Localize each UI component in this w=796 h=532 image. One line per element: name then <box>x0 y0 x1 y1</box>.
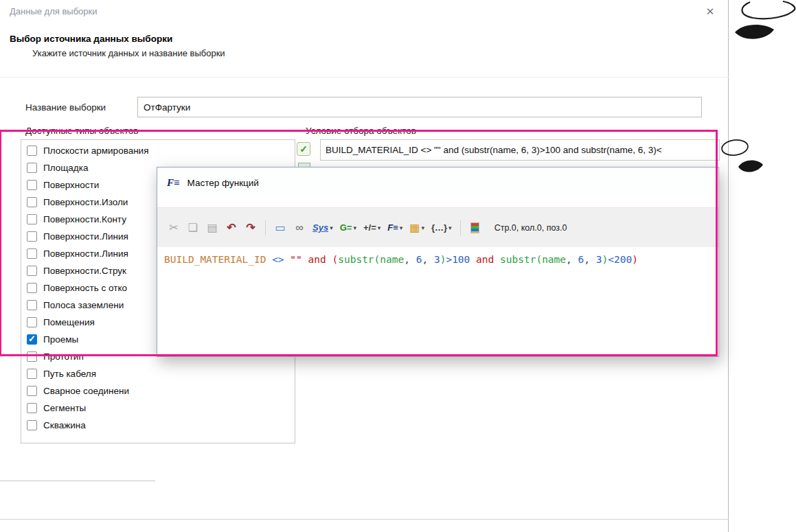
checkbox-icon[interactable] <box>27 403 37 413</box>
checkbox-icon[interactable] <box>27 317 37 327</box>
checkbox-icon[interactable] <box>27 231 37 242</box>
expression-editor[interactable]: BUILD_MATERIAL_ID <> "" and (substr(name… <box>157 247 718 356</box>
sketch-lens <box>735 25 774 39</box>
checkbox-icon[interactable] <box>27 163 37 173</box>
toolbar-separator <box>265 220 266 235</box>
dropdown-arrow-icon: ▾ <box>421 224 424 231</box>
functions-dropdown: F≡ <box>387 223 398 232</box>
sketch-lens <box>738 161 763 172</box>
redo-icon: ↷ <box>246 222 255 233</box>
condition-input[interactable]: BUILD_MATERIAL_ID <> "" and (substr(name… <box>320 139 720 161</box>
list-item-label: Полоса заземлени <box>43 300 124 310</box>
dropdown-arrow-icon: ▾ <box>378 224 381 231</box>
undo-icon[interactable]: ↶ <box>223 219 240 237</box>
cut-icon[interactable]: ✂ <box>166 219 182 237</box>
global-variables-dropdown: G= <box>340 223 352 232</box>
checkbox-icon[interactable] <box>27 420 37 430</box>
function-wizard-window: F≡ Мастер функций ✂❏▤↶↷▭∞Sys▾G=▾+/=▾F≡▾▦… <box>157 167 719 357</box>
checkbox-icon[interactable] <box>27 146 37 156</box>
operators-dropdown[interactable]: +/=▾ <box>361 219 383 237</box>
list-item-label: Поверхность с отко <box>43 283 127 293</box>
list-item[interactable]: Путь кабеля <box>21 365 295 382</box>
list-item[interactable]: Скважина <box>21 417 295 434</box>
wizard-toolbar: ✂❏▤↶↷▭∞Sys▾G=▾+/=▾F≡▾▦▾{…}▾Стр.0, кол.0,… <box>157 207 718 247</box>
wizard-titlebar[interactable]: F≡ Мастер функций <box>157 167 718 198</box>
field-icon: ▭ <box>275 222 285 233</box>
function-wizard-icon: F≡ <box>167 177 180 189</box>
list-item-label: Поверхности <box>43 180 99 190</box>
footer-separator-left <box>0 481 155 481</box>
close-icon[interactable]: ✕ <box>701 3 720 20</box>
object-types-label: Доступные типы объектов <box>25 126 138 136</box>
list-item-label: Поверхности.Струк <box>43 266 126 276</box>
checkbox-icon[interactable] <box>27 369 37 379</box>
list-item[interactable]: Сварное соединени <box>21 382 295 400</box>
expression-line: BUILD_MATERIAL_ID <> "" and (substr(name… <box>164 254 638 265</box>
cursor-position-status: Стр.0, кол.0, поз.0 <box>494 223 567 233</box>
copy-icon[interactable]: ❏ <box>185 219 201 237</box>
page-title: Выбор источника данных выборки <box>10 34 172 44</box>
validate-condition-button[interactable]: ✓ <box>297 142 310 156</box>
attributes-dropdown[interactable]: ▦▾ <box>407 219 427 237</box>
footer-separator <box>0 519 729 520</box>
link-icon: ∞ <box>295 222 303 233</box>
condition-label: Условие отбора объектов <box>306 126 416 136</box>
colors-icon <box>470 222 479 233</box>
list-item-label: Поверхности.Конту <box>43 214 126 224</box>
functions-dropdown[interactable]: F≡▾ <box>385 219 405 237</box>
attributes-dropdown: ▦ <box>409 222 420 233</box>
list-item-label: Поверхности.Изоли <box>43 197 128 207</box>
sys-variables-dropdown[interactable]: Sys▾ <box>310 219 335 237</box>
checkbox-checked-icon[interactable] <box>27 334 37 345</box>
checkbox-icon[interactable] <box>27 197 37 207</box>
dropdown-arrow-icon: ▾ <box>330 224 333 231</box>
wizard-title: Мастер функций <box>187 178 259 188</box>
operators-dropdown: +/= <box>363 223 376 232</box>
global-variables-dropdown[interactable]: G=▾ <box>338 219 359 237</box>
checkbox-icon[interactable] <box>27 266 37 276</box>
checkbox-icon[interactable] <box>27 283 37 293</box>
list-item-label: Сегменты <box>43 403 86 413</box>
cut-icon: ✂ <box>169 222 178 233</box>
selection-name-label: Название выборки <box>25 102 106 113</box>
sketch-curve <box>742 1 795 19</box>
sys-variables-dropdown: Sys <box>312 223 328 232</box>
list-item-label: Скважина <box>43 420 86 430</box>
list-item-label: Плоскости армирования <box>43 146 148 156</box>
colors-icon[interactable] <box>467 219 484 237</box>
braces-dropdown: {…} <box>431 223 447 232</box>
header-divider <box>0 77 729 78</box>
page-subtitle: Укажите источник данных и название выбор… <box>32 48 225 58</box>
checkbox-icon[interactable] <box>27 180 37 190</box>
dialog-title: Данные для выборки <box>10 6 98 16</box>
redo-icon[interactable]: ↷ <box>242 219 259 237</box>
checkbox-icon[interactable] <box>27 300 37 310</box>
braces-dropdown[interactable]: {…}▾ <box>429 219 454 237</box>
paste-icon[interactable]: ▤ <box>204 219 220 237</box>
list-item-label: Проемы <box>43 334 78 345</box>
checkbox-icon[interactable] <box>27 248 37 259</box>
list-item-label: Сварное соединени <box>43 386 129 396</box>
screen: Данные для выборки ✕ Выбор источника дан… <box>0 0 796 532</box>
paste-icon: ▤ <box>207 222 217 233</box>
link-icon[interactable]: ∞ <box>291 219 308 237</box>
dropdown-arrow-icon: ▾ <box>448 224 452 231</box>
list-item-label: Поверхности.Линия <box>43 231 128 242</box>
checkbox-icon[interactable] <box>27 214 37 224</box>
checkbox-icon[interactable] <box>27 351 37 362</box>
list-item-label: Помещения <box>43 317 95 327</box>
selection-name-input[interactable] <box>137 97 702 117</box>
list-item-label: Площадка <box>43 163 88 173</box>
list-item[interactable]: Плоскости армирования <box>21 142 295 159</box>
list-item[interactable]: Сегменты <box>21 400 295 417</box>
dropdown-arrow-icon: ▾ <box>353 224 356 231</box>
dropdown-arrow-icon: ▾ <box>400 224 403 231</box>
field-icon[interactable]: ▭ <box>272 219 288 237</box>
dialog-titlebar[interactable]: Данные для выборки ✕ <box>0 0 728 23</box>
list-item-label: Путь кабеля <box>43 369 96 379</box>
list-item-label: Поверхности.Линия <box>43 248 128 259</box>
list-item-label: Прототип <box>43 351 84 362</box>
copy-icon: ❏ <box>188 222 198 233</box>
toolbar-separator <box>460 220 461 235</box>
checkbox-icon[interactable] <box>27 386 37 396</box>
